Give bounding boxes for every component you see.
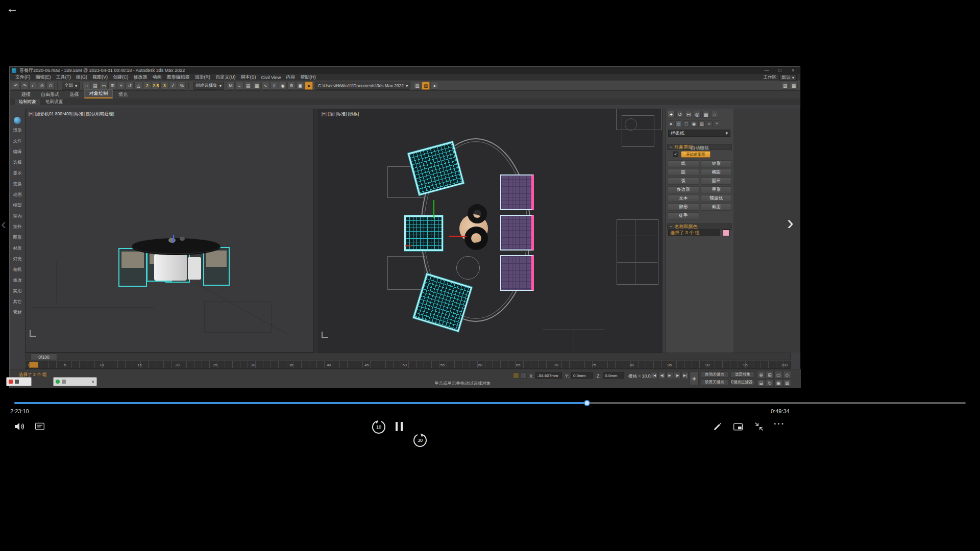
close-icon[interactable]: × — [91, 379, 94, 385]
select-and-move-icon[interactable]: + — [117, 82, 125, 90]
layer-manager-icon[interactable]: ▤ — [244, 82, 252, 90]
select-and-scale-icon[interactable]: △ — [134, 82, 142, 90]
menu-item[interactable]: 组(G) — [74, 74, 90, 81]
menu-item[interactable]: 视图(V) — [90, 74, 110, 81]
shape-tool-button[interactable]: 卵形 — [668, 204, 699, 211]
rail-item[interactable]: 动画 — [13, 192, 22, 198]
back-button[interactable]: ← — [6, 1, 18, 15]
menu-item[interactable]: 内容 — [283, 74, 298, 81]
selected-mode-dropdown[interactable]: 选定对象 — [730, 371, 755, 378]
snap-toggle-2-icon[interactable]: 2 — [143, 82, 151, 90]
mirror-icon[interactable]: M — [227, 82, 235, 90]
next-overlay-arrow[interactable]: › — [787, 213, 794, 233]
menu-item[interactable]: 工具(T) — [54, 74, 74, 81]
zoom-extents-icon[interactable]: ▭ — [774, 371, 782, 379]
rail-logo-icon[interactable] — [14, 117, 21, 124]
object-name-field[interactable]: 选择了 3 个 组 — [668, 230, 720, 236]
play-button[interactable]: ▶ — [666, 372, 673, 379]
rollout-name-color[interactable]: − 名称和颜色 — [667, 223, 732, 230]
render-setup-icon[interactable]: ⚙ — [287, 82, 296, 90]
rail-item[interactable]: 灯光 — [13, 256, 22, 262]
shape-tool-button[interactable]: 多边形 — [668, 186, 699, 193]
named-selection-sets-dropdown[interactable]: 创建选择集▾ — [193, 82, 224, 90]
rail-item[interactable]: 相机 — [13, 267, 22, 273]
select-and-link-icon[interactable]: ⊂ — [29, 82, 37, 90]
more-options-button[interactable]: ··· — [774, 419, 785, 429]
ribbon-tab[interactable]: 填充 — [114, 91, 132, 98]
unlink-selection-icon[interactable]: ⊘ — [38, 82, 46, 90]
angle-snap-toggle-icon[interactable]: ∠ — [169, 82, 177, 90]
rail-item[interactable]: 材质 — [13, 245, 22, 252]
go-to-end-button[interactable]: ▶| — [681, 372, 689, 379]
ribbon-tab[interactable]: 自由形式 — [36, 91, 64, 98]
shape-tool-button[interactable]: 圆环 — [701, 178, 732, 185]
time-slider-handle[interactable] — [29, 362, 38, 368]
shape-tool-button[interactable]: 徒手 — [668, 212, 699, 219]
shape-tool-button[interactable]: 螺旋线 — [701, 195, 732, 202]
set-key-mode-button[interactable]: 设置关键点 — [701, 379, 728, 385]
rail-item[interactable]: 选择 — [13, 160, 22, 166]
pan-icon[interactable]: ▣ — [774, 379, 782, 387]
floating-mini-window-2[interactable]: × — [53, 377, 97, 386]
start-new-shape-button[interactable]: 开始新图形 — [681, 151, 710, 158]
shape-tool-button[interactable]: 文本 — [668, 195, 699, 202]
progress-knob[interactable] — [584, 400, 590, 406]
shrink-player-button[interactable] — [754, 421, 764, 434]
rail-item[interactable]: 渲染 — [13, 128, 22, 134]
orbit-icon[interactable]: ↻ — [766, 379, 774, 387]
auto-key-button[interactable]: 自动关键点 — [701, 371, 728, 378]
absolute-mode-icon[interactable] — [521, 372, 527, 379]
render-shortcut-icon[interactable]: ▧ — [422, 82, 430, 90]
select-object-icon[interactable]: □ — [82, 82, 90, 90]
close-button[interactable]: × — [787, 67, 800, 74]
note-edit-button[interactable] — [713, 421, 723, 434]
maximize-viewport-toggle-icon[interactable]: ⊠ — [783, 379, 791, 387]
danmaku-toggle-button[interactable] — [35, 421, 45, 434]
start-new-shape-checkbox[interactable]: ✓ — [673, 152, 678, 157]
menu-item[interactable]: Civil View — [259, 75, 284, 80]
rail-item[interactable]: 模型 — [13, 203, 22, 209]
z-coord-field[interactable]: 0.0mm — [603, 372, 624, 379]
render-production-icon[interactable]: ● — [305, 82, 313, 90]
selection-lock-icon[interactable] — [513, 372, 519, 379]
shape-tool-button[interactable]: 椭圆 — [701, 169, 732, 176]
menu-item[interactable]: 脚本(S) — [238, 74, 259, 81]
minimize-button[interactable]: — — [760, 67, 773, 74]
menu-item[interactable]: 创建(C) — [110, 74, 131, 81]
ribbon-subtab[interactable]: 绘制对象 — [15, 99, 40, 105]
workspace-switch-icon[interactable]: ▦ — [790, 82, 798, 90]
select-and-rotate-icon[interactable]: ↺ — [126, 82, 134, 90]
rail-item[interactable]: 室外 — [13, 224, 22, 230]
floating-mini-window-1[interactable] — [6, 377, 32, 386]
shape-tool-button[interactable]: 截面 — [701, 204, 732, 211]
modify-tab-icon[interactable]: ↺ — [676, 111, 683, 118]
maximize-button[interactable]: □ — [773, 67, 787, 74]
shape-type-dropdown[interactable]: 样条线▾ — [668, 130, 730, 137]
lights-category-icon[interactable]: □ — [683, 120, 690, 127]
rail-item[interactable]: 变换 — [13, 181, 22, 187]
undo-icon[interactable]: ↶ — [12, 82, 20, 90]
display-tab-icon[interactable]: ▦ — [702, 111, 709, 118]
snap-toggle-25-icon[interactable]: 2.5 — [152, 82, 160, 90]
geometry-category-icon[interactable]: ● — [668, 120, 674, 127]
time-slider-frame[interactable]: 0/100 — [31, 354, 57, 360]
viewport-top[interactable]: [+] [顶] [标准] [线框] — [318, 109, 663, 353]
schematic-view-icon[interactable]: # — [270, 82, 278, 90]
percent-snap-toggle-icon[interactable]: % — [178, 82, 186, 90]
cameras-category-icon[interactable]: ◉ — [691, 120, 697, 127]
align-icon[interactable]: ≡ — [235, 82, 243, 90]
menu-item[interactable]: 自定义(U) — [213, 74, 238, 81]
forward-30-button[interactable]: 30 — [413, 434, 427, 447]
key-filters-button[interactable]: 关键点过滤器... — [730, 379, 755, 385]
hierarchy-tab-icon[interactable]: ⊟ — [685, 111, 692, 118]
ribbon-tab[interactable]: 选择 — [65, 91, 83, 98]
viewport-label[interactable]: [+] [顶] [标准] [线框] — [322, 111, 359, 117]
shape-tool-button[interactable]: 矩形 — [701, 160, 732, 167]
utilities-tab-icon[interactable]: ⌂ — [711, 111, 718, 118]
ribbon-tab[interactable]: 建模 — [17, 91, 35, 98]
viewport-label[interactable]: [+] [摄影机01 800*400] [标准] [默认明暗处理] — [29, 111, 114, 117]
previous-frame-button[interactable]: ◀| — [658, 372, 666, 379]
rail-item[interactable]: 图形 — [13, 235, 22, 241]
rectangular-selection-region-icon[interactable]: ▭ — [100, 82, 108, 90]
y-coord-field[interactable]: 0.0mm — [571, 372, 593, 379]
